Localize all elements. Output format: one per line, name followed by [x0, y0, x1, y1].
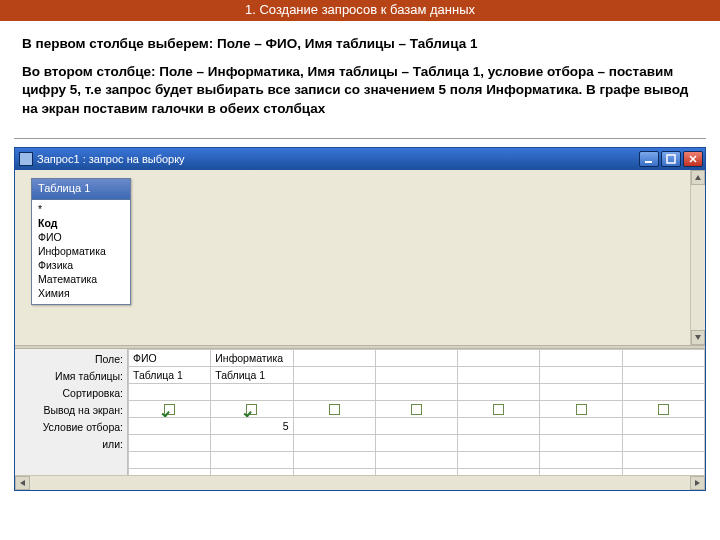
grid-cell[interactable]: [129, 417, 211, 434]
grid-cell[interactable]: [540, 451, 622, 468]
grid-cell[interactable]: [375, 349, 457, 366]
app-icon: [19, 152, 33, 166]
grid-cell[interactable]: [458, 400, 540, 417]
grid-cell[interactable]: [293, 366, 375, 383]
grid-cell[interactable]: [540, 400, 622, 417]
grid-cell[interactable]: [211, 451, 293, 468]
show-checkbox[interactable]: [329, 404, 340, 415]
grid-cell[interactable]: [375, 400, 457, 417]
row-label: Сортировка:: [15, 385, 127, 402]
grid-cell[interactable]: [129, 400, 211, 417]
row-labels: Поле:Имя таблицы:Сортировка:Вывод на экр…: [15, 349, 127, 475]
scroll-right-button[interactable]: [690, 476, 705, 490]
instruction-block: В первом столбце выберем: Поле – ФИО, Им…: [0, 21, 720, 136]
svg-rect-1: [667, 155, 675, 163]
grid-cell[interactable]: [622, 451, 704, 468]
table-box[interactable]: Таблица 1 *КодФИОИнформатикаФизикаМатема…: [31, 178, 131, 305]
grid-cell[interactable]: [211, 434, 293, 451]
grid-cell[interactable]: [622, 383, 704, 400]
grid-cell[interactable]: [540, 417, 622, 434]
table-pane[interactable]: Таблица 1 *КодФИОИнформатикаФизикаМатема…: [15, 170, 705, 345]
row-label: или:: [15, 436, 127, 453]
grid-cell[interactable]: [375, 417, 457, 434]
grid-cell[interactable]: [622, 434, 704, 451]
grid-cell[interactable]: [293, 417, 375, 434]
field-item[interactable]: Химия: [32, 286, 130, 300]
grid-cell[interactable]: [540, 383, 622, 400]
instruction-line-2: Во втором столбце: Поле – Информатика, И…: [22, 63, 698, 118]
grid-cell[interactable]: [375, 434, 457, 451]
field-list[interactable]: *КодФИОИнформатикаФизикаМатематикаХимия: [32, 200, 130, 304]
grid-cell[interactable]: [540, 366, 622, 383]
grid-cell[interactable]: Таблица 1: [211, 366, 293, 383]
grid-cell[interactable]: [293, 451, 375, 468]
horizontal-scrollbar[interactable]: [15, 475, 705, 490]
row-label: Поле:: [15, 351, 127, 368]
design-grid-pane: Поле:Имя таблицы:Сортировка:Вывод на экр…: [15, 349, 705, 475]
field-item[interactable]: ФИО: [32, 230, 130, 244]
scroll-up-button[interactable]: [691, 170, 705, 185]
scroll-left-button[interactable]: [15, 476, 30, 490]
grid-cell[interactable]: [458, 366, 540, 383]
grid-cell[interactable]: 5: [211, 417, 293, 434]
grid-cell[interactable]: Таблица 1: [129, 366, 211, 383]
grid-cell[interactable]: ФИО: [129, 349, 211, 366]
show-checkbox[interactable]: [246, 404, 257, 415]
show-checkbox[interactable]: [493, 404, 504, 415]
grid-cell[interactable]: [622, 400, 704, 417]
field-item[interactable]: *: [32, 202, 130, 216]
close-button[interactable]: [683, 151, 703, 167]
grid-cell[interactable]: [458, 417, 540, 434]
grid-cell[interactable]: [622, 349, 704, 366]
row-label: Вывод на экран:: [15, 402, 127, 419]
show-checkbox[interactable]: [576, 404, 587, 415]
grid-cell[interactable]: [622, 417, 704, 434]
grid-cell[interactable]: [540, 349, 622, 366]
access-window: Запрос1 : запрос на выборку Таблица 1 *К…: [14, 147, 706, 491]
field-item[interactable]: Информатика: [32, 244, 130, 258]
grid-cell[interactable]: [293, 434, 375, 451]
grid-cell[interactable]: [129, 434, 211, 451]
grid-cell[interactable]: [211, 383, 293, 400]
grid-cell[interactable]: [129, 451, 211, 468]
vertical-scrollbar[interactable]: [690, 170, 705, 345]
titlebar[interactable]: Запрос1 : запрос на выборку: [15, 148, 705, 170]
field-item[interactable]: Код: [32, 216, 130, 230]
field-item[interactable]: Физика: [32, 258, 130, 272]
grid-cell[interactable]: [458, 451, 540, 468]
grid-cell[interactable]: [375, 366, 457, 383]
maximize-button[interactable]: [661, 151, 681, 167]
separator: [14, 138, 706, 139]
grid-cell[interactable]: [293, 349, 375, 366]
grid-cell[interactable]: [293, 383, 375, 400]
show-checkbox[interactable]: [411, 404, 422, 415]
minimize-button[interactable]: [639, 151, 659, 167]
show-checkbox[interactable]: [658, 404, 669, 415]
scroll-track[interactable]: [691, 185, 705, 330]
grid-cell[interactable]: [458, 434, 540, 451]
design-grid[interactable]: ФИОИнформатикаТаблица 1Таблица 15: [127, 349, 705, 475]
row-label: Условие отбора:: [15, 419, 127, 436]
window-title: Запрос1 : запрос на выборку: [37, 153, 639, 165]
grid-cell[interactable]: [540, 434, 622, 451]
grid-cell[interactable]: [375, 383, 457, 400]
grid-cell[interactable]: [375, 451, 457, 468]
svg-rect-0: [645, 161, 652, 163]
show-checkbox[interactable]: [164, 404, 175, 415]
table-header[interactable]: Таблица 1: [32, 179, 130, 200]
grid-cell[interactable]: [211, 400, 293, 417]
field-item[interactable]: Математика: [32, 272, 130, 286]
instruction-line-1: В первом столбце выберем: Поле – ФИО, Им…: [22, 35, 698, 53]
grid-cell[interactable]: [293, 400, 375, 417]
grid-cell[interactable]: [458, 349, 540, 366]
slide-title: 1. Создание запросов к базам данных: [0, 0, 720, 21]
grid-cell[interactable]: Информатика: [211, 349, 293, 366]
grid-cell[interactable]: [129, 383, 211, 400]
grid-cell[interactable]: [458, 383, 540, 400]
scroll-down-button[interactable]: [691, 330, 705, 345]
grid-cell[interactable]: [622, 366, 704, 383]
scroll-track[interactable]: [30, 476, 690, 490]
row-label: Имя таблицы:: [15, 368, 127, 385]
